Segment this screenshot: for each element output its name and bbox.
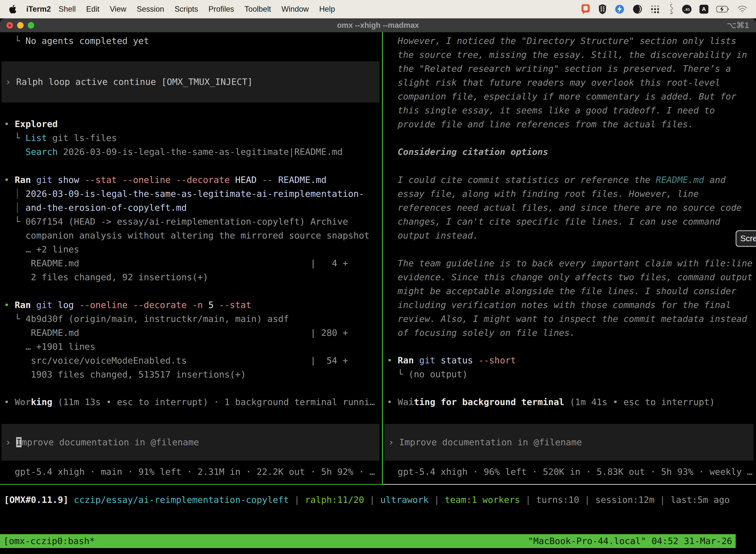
dark-crescent-icon[interactable] (632, 4, 642, 14)
menu-item[interactable]: Help (314, 5, 340, 14)
prompt-input-left[interactable]: › Improve documentation in @filename (1, 424, 379, 461)
blue-bolt-badge-icon[interactable] (615, 4, 625, 14)
omx-status-bar: [OMX#0.11.9] cczip/essay/ai-reimplementa… (0, 493, 756, 507)
menu-bar: iTerm2 ShellEditViewSessionScriptsProfil… (0, 0, 756, 18)
menu-item[interactable]: Scripts (170, 5, 203, 14)
menubar-status-icons: ..61 A (581, 4, 748, 15)
git-show-block: • Ran git show --stat --oneline --decora… (0, 173, 382, 284)
agents-summary-line: └ No agents completed yet (0, 34, 382, 48)
menu-item[interactable]: Window (276, 5, 314, 14)
menu-item[interactable]: Session (131, 5, 169, 14)
active-pane-bottom-border (0, 484, 383, 485)
menu-app-name[interactable]: iTerm2 (26, 5, 51, 14)
menu-item[interactable]: Edit (81, 5, 105, 14)
git-log-block: • Ran git log --oneline --decorate -n 5 … (0, 298, 382, 382)
notification-toast[interactable]: Scre (736, 230, 756, 247)
terminal-pane-right[interactable]: However, I noticed the "Directory Struct… (383, 32, 756, 484)
shield-grid-icon[interactable] (598, 4, 607, 14)
prompt-input-right[interactable]: › Improve documentation in @filename (384, 424, 754, 461)
model-status-line-left: gpt-5.4 xhigh · main · 91% left · 2.31M … (0, 465, 382, 479)
notification-toast-label: Scre (740, 234, 756, 243)
tmux-session-window-label[interactable]: [omx-cczip0:bash* (3, 534, 95, 548)
screen-recording-icon[interactable] (581, 4, 590, 15)
circle-61-badge-icon[interactable]: ..61 (682, 5, 692, 14)
window-shortcut-badge: ⌥⌘1 (727, 18, 749, 32)
screen: iTerm2 ShellEditViewSessionScriptsProfil… (0, 0, 756, 554)
thinking-paragraph-3: The team guideline is to back every impo… (383, 257, 756, 340)
menu-item[interactable]: Shell (53, 5, 81, 14)
window-title-bar: omx --xhigh --madmax ⌥⌘1 (0, 18, 756, 32)
app-grid-icon[interactable] (650, 4, 660, 14)
menu-item[interactable]: Profiles (203, 5, 239, 14)
squiggle-icon[interactable] (668, 4, 674, 15)
wifi-icon[interactable] (737, 5, 748, 13)
thinking-paragraph-2: I could cite commit statistics or refere… (383, 173, 756, 242)
apple-menu-icon[interactable] (8, 4, 16, 14)
git-status-block: • Ran git status --short └ (no output) (383, 353, 756, 381)
menu-item[interactable]: Toolbelt (239, 5, 276, 14)
menu-item[interactable]: View (105, 5, 132, 14)
terminal-pane-left[interactable]: └ No agents completed yet › Ralph loop a… (0, 32, 382, 484)
battery-charging-icon[interactable] (716, 6, 729, 13)
inactive-pane-bottom-border (383, 484, 756, 485)
tmux-status-bar: [omx-cczip0:bash* "MacBook-Pro-44.local"… (0, 534, 736, 548)
ralph-loop-banner: › Ralph loop active continue [OMX_TMUX_I… (1, 61, 379, 103)
explored-block: • Explored └ List git ls-files Search 20… (0, 117, 382, 159)
tmux-host-clock-label: "MacBook-Pro-44.local" 04:52 31-Mar-26 (528, 534, 732, 548)
model-status-line-right: gpt-5.4 xhigh · 96% left · 520K in · 5.8… (383, 465, 756, 479)
window-title: omx --xhigh --madmax (0, 18, 756, 32)
thinking-heading: Considering citation options (383, 145, 756, 159)
waiting-status-line: • Waiting for background terminal (1m 41… (383, 395, 756, 409)
thinking-paragraph-1: However, I noticed the "Directory Struct… (383, 34, 756, 131)
menu-items: ShellEditViewSessionScriptsProfilesToolb… (53, 5, 340, 14)
working-status-line: • Working (11m 13s • esc to interrupt) ·… (0, 395, 382, 409)
input-source-a-icon[interactable]: A (699, 5, 708, 14)
